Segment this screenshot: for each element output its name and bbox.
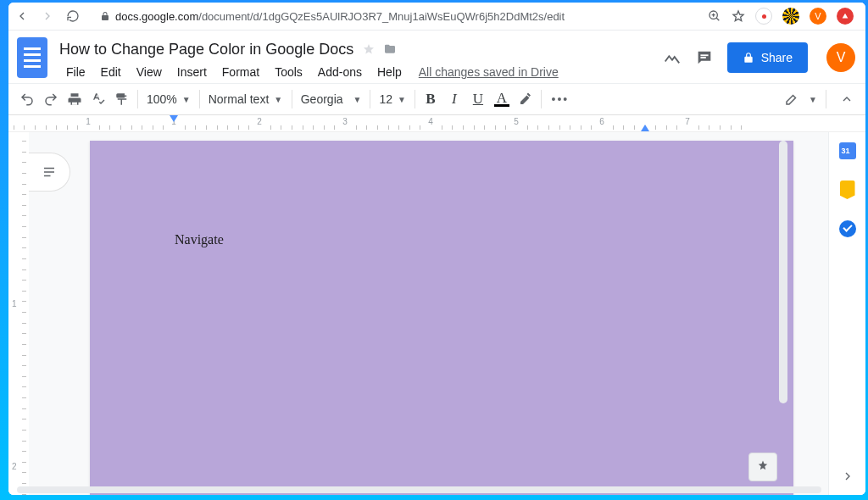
italic-button[interactable]: I: [442, 87, 466, 111]
document-title[interactable]: How to Change Page Color in Google Docs: [59, 41, 353, 58]
document-page[interactable]: Navigate: [90, 141, 793, 495]
zoom-select[interactable]: 100%▼: [142, 87, 196, 111]
print-button[interactable]: [63, 87, 86, 111]
vertical-ruler[interactable]: 12: [8, 132, 29, 495]
formatting-toolbar: 100%▼ Normal text▼ Georgia▼ 12▼ B I U A …: [8, 83, 865, 115]
star-document-icon[interactable]: [362, 42, 376, 56]
tasks-icon[interactable]: [837, 219, 858, 239]
svg-rect-3: [72, 103, 77, 105]
document-canvas: 12 Navigate: [8, 132, 865, 495]
browser-toolbar: docs.google.com/document/d/1dgGQzEs5AUlR…: [8, 3, 865, 31]
extension-icon-3[interactable]: [837, 8, 854, 25]
back-button[interactable]: [15, 9, 34, 23]
bold-button[interactable]: B: [419, 87, 442, 111]
share-button[interactable]: Share: [727, 42, 808, 73]
text-color-button[interactable]: A: [490, 87, 514, 111]
editing-mode-button[interactable]: [780, 87, 804, 111]
undo-button[interactable]: [15, 87, 39, 111]
redo-button[interactable]: [39, 87, 63, 111]
menu-bar: File Edit View Insert Format Tools Add-o…: [59, 61, 663, 83]
menu-edit[interactable]: Edit: [94, 64, 128, 81]
activity-icon[interactable]: [663, 48, 682, 67]
reload-button[interactable]: [66, 9, 85, 23]
side-panel: [828, 132, 865, 495]
page-text: Navigate: [175, 232, 224, 247]
zoom-icon[interactable]: [708, 9, 721, 23]
keep-icon[interactable]: [837, 180, 858, 200]
comments-icon[interactable]: [695, 48, 714, 67]
share-label: Share: [761, 51, 793, 64]
spellcheck-button[interactable]: [86, 87, 110, 111]
folder-icon[interactable]: [382, 42, 398, 56]
url-text: docs.google.com/document/d/1dgGQzEs5AUlR…: [115, 10, 565, 23]
svg-rect-5: [44, 171, 54, 173]
extension-icon-2[interactable]: [782, 8, 799, 25]
forward-button[interactable]: [41, 9, 59, 23]
horizontal-scrollbar[interactable]: [17, 486, 821, 493]
profile-chip[interactable]: V: [810, 8, 826, 25]
horizontal-ruler[interactable]: 11234567: [8, 115, 865, 132]
svg-rect-1: [700, 54, 708, 56]
address-bar[interactable]: docs.google.com/document/d/1dgGQzEs5AUlR…: [92, 10, 701, 23]
outline-toggle[interactable]: [29, 153, 70, 192]
paint-format-button[interactable]: [110, 87, 134, 111]
fontsize-select[interactable]: 12▼: [374, 87, 410, 111]
svg-rect-2: [700, 57, 705, 58]
browser-actions: V: [708, 8, 859, 25]
chevron-down-icon: ▼: [274, 95, 282, 104]
lock-icon: [743, 52, 754, 64]
lock-icon: [100, 11, 110, 21]
chevron-down-icon: ▼: [182, 95, 191, 104]
browser-window: docs.google.com/document/d/1dgGQzEs5AUlR…: [8, 3, 865, 495]
menu-addons[interactable]: Add-ons: [311, 64, 369, 81]
menu-file[interactable]: File: [59, 64, 92, 81]
chevron-down-icon[interactable]: ▼: [809, 95, 817, 104]
svg-rect-4: [44, 168, 54, 169]
save-status[interactable]: All changes saved in Drive: [419, 65, 559, 79]
more-button[interactable]: •••: [545, 87, 576, 111]
menu-insert[interactable]: Insert: [170, 64, 214, 81]
menu-format[interactable]: Format: [215, 64, 266, 81]
menu-tools[interactable]: Tools: [268, 64, 309, 81]
collapse-toolbar-button[interactable]: [835, 87, 859, 111]
star-icon[interactable]: [732, 9, 745, 23]
style-select[interactable]: Normal text▼: [203, 87, 288, 111]
menu-view[interactable]: View: [130, 64, 169, 81]
svg-rect-6: [44, 175, 51, 177]
explore-button[interactable]: [748, 453, 777, 481]
highlight-button[interactable]: [514, 87, 537, 111]
account-avatar[interactable]: V: [826, 43, 855, 72]
chevron-down-icon: ▼: [353, 95, 362, 104]
docs-header: How to Change Page Color in Google Docs …: [8, 31, 865, 83]
calendar-icon[interactable]: [837, 141, 858, 161]
extension-icon[interactable]: [755, 8, 772, 25]
chevron-right-icon[interactable]: [841, 469, 854, 483]
underline-button[interactable]: U: [466, 87, 490, 111]
chevron-down-icon: ▼: [398, 95, 406, 104]
docs-logo-icon[interactable]: [17, 37, 47, 78]
menu-help[interactable]: Help: [370, 64, 409, 81]
font-select[interactable]: Georgia▼: [296, 87, 367, 111]
vertical-scrollbar[interactable]: [779, 141, 787, 403]
